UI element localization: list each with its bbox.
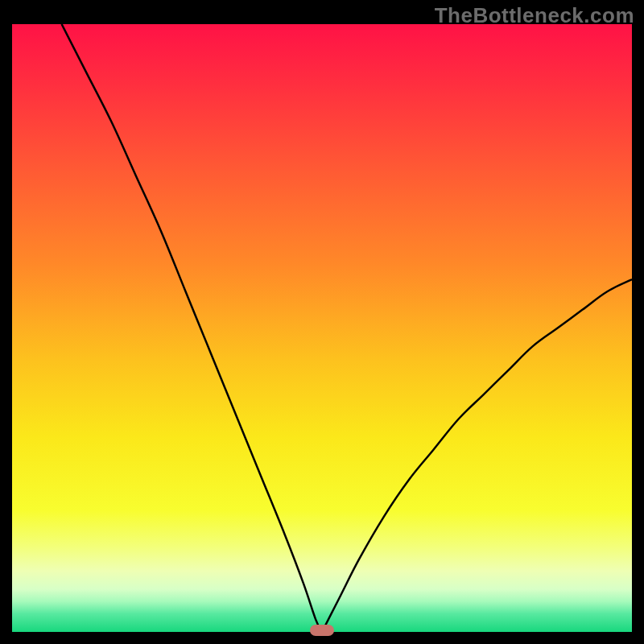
watermark-text: TheBottleneck.com: [435, 3, 634, 28]
gradient-background: [12, 24, 632, 632]
minimum-marker: [310, 625, 334, 636]
chart-frame: TheBottleneck.com: [0, 0, 644, 644]
bottleneck-chart: [12, 24, 632, 632]
